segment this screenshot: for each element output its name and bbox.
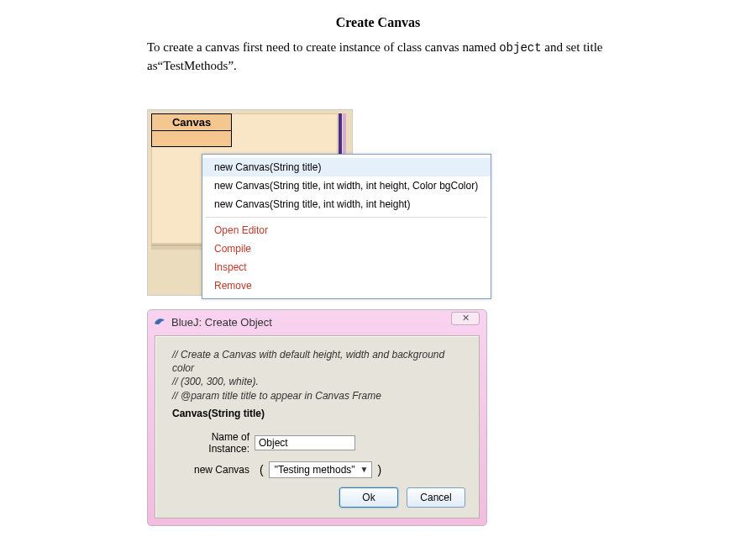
dialog-body: // Create a Canvas with default height, … — [155, 335, 480, 519]
dialog-buttons: Ok Cancel — [339, 487, 465, 508]
ctx-item-compile[interactable]: Compile — [202, 240, 491, 258]
comment-line-3: // @param title title to appear in Canva… — [172, 389, 462, 403]
intro-paragraph: To create a canvas first need to create … — [147, 39, 630, 75]
instance-name-row: Name of Instance: — [155, 428, 479, 458]
class-box-label: Canvas — [152, 114, 231, 131]
ok-button[interactable]: Ok — [339, 487, 398, 508]
paren-open: ( — [255, 463, 269, 476]
chevron-down-icon: ▼ — [360, 465, 369, 474]
cancel-button[interactable]: Cancel — [407, 487, 465, 508]
param-label: new Canvas — [172, 464, 255, 476]
comment-line-2: // (300, 300, white). — [172, 375, 462, 388]
ctx-item-new-canvas-full[interactable]: new Canvas(String title, int width, int … — [202, 176, 491, 195]
constructor-signature: Canvas(String title) — [155, 408, 479, 428]
instance-name-input[interactable] — [255, 435, 355, 450]
ctx-separator — [206, 217, 487, 218]
intro-pre: To create a canvas first need to create … — [147, 40, 499, 54]
close-icon: ✕ — [462, 313, 470, 323]
intro-code: object — [499, 41, 541, 55]
paren-close: ) — [372, 463, 386, 476]
dialog-titlebar: BlueJ: Create Object ✕ — [148, 310, 486, 334]
javadoc-comment: // Create a Canvas with default height, … — [155, 336, 479, 408]
ctx-item-open-editor[interactable]: Open Editor — [202, 221, 491, 240]
ctx-item-inspect[interactable]: Inspect — [202, 258, 491, 276]
close-button[interactable]: ✕ — [451, 312, 480, 325]
class-box-canvas[interactable]: Canvas — [151, 113, 232, 147]
bluej-icon — [153, 315, 166, 329]
ctx-item-new-canvas-title[interactable]: new Canvas(String title) — [202, 158, 491, 176]
dialog-title-text: BlueJ: Create Object — [171, 316, 272, 329]
create-object-dialog: BlueJ: Create Object ✕ // Create a Canva… — [147, 309, 487, 526]
title-param-value: "Testing methods" — [275, 464, 355, 476]
context-menu: new Canvas(String title) new Canvas(Stri… — [202, 154, 491, 299]
page-title: Create Canvas — [0, 0, 756, 39]
ctx-item-remove[interactable]: Remove — [202, 276, 491, 295]
param-row: new Canvas ( "Testing methods" ▼ ) — [155, 458, 479, 482]
instance-name-label: Name of Instance: — [172, 431, 255, 455]
comment-line-1: // Create a Canvas with default height, … — [172, 348, 462, 375]
ctx-item-new-canvas-wh[interactable]: new Canvas(String title, int width, int … — [202, 195, 491, 213]
title-param-combo[interactable]: "Testing methods" ▼ — [269, 461, 373, 478]
